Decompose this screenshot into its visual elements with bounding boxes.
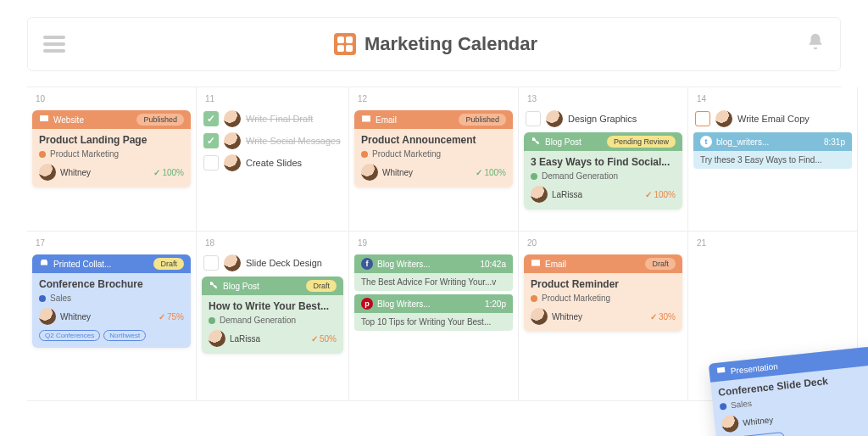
card-type: Email	[376, 115, 397, 125]
task-checkbox[interactable]	[203, 111, 219, 126]
content-card[interactable]: Presentation Conference Slide Deck Sales…	[709, 346, 868, 436]
day-number: 20	[527, 238, 682, 248]
content-card[interactable]: Blog Post Pending Review 3 Easy Ways to …	[524, 132, 682, 210]
card-progress: 100%	[153, 168, 184, 177]
social-time: 8:31p	[824, 137, 845, 147]
status-pill: Draft	[153, 258, 184, 270]
card-category: Sales	[50, 293, 71, 303]
task-label: Design Graphics	[568, 114, 637, 124]
task-checkbox[interactable]	[203, 255, 219, 271]
avatar	[39, 308, 56, 325]
day-cell[interactable]: 12 Email Published Product Announcement …	[349, 87, 519, 232]
card-progress: 50%	[311, 334, 337, 344]
social-label: Blog Writers...	[377, 299, 431, 309]
card-category: Sales	[730, 399, 752, 411]
avatar	[715, 110, 732, 127]
category-dot-icon	[531, 173, 537, 180]
social-time: 1:20p	[485, 299, 506, 309]
content-card[interactable]: Email Published Product Announcement Pro…	[354, 110, 513, 187]
task-row[interactable]: Design Graphics	[526, 110, 681, 127]
card-assignee: Whitney	[552, 312, 582, 321]
category-dot-icon	[720, 402, 727, 410]
status-pill: Published	[459, 114, 506, 126]
card-assignee: Whitney	[382, 168, 413, 177]
task-checkbox[interactable]	[695, 111, 710, 126]
card-title: 3 Easy Ways to Find Social...	[531, 156, 676, 168]
avatar	[224, 154, 241, 171]
day-cell[interactable]: 10 Website Published Product Landing Pag…	[27, 87, 197, 232]
task-label: Slide Deck Design	[246, 258, 322, 268]
svg-rect-3	[42, 260, 47, 261]
title-wrap: Marketing Calendar	[334, 33, 537, 55]
task-checkbox[interactable]	[526, 111, 541, 126]
svg-rect-4	[717, 367, 726, 373]
content-card[interactable]: Printed Collat... Draft Conference Broch…	[32, 254, 191, 348]
task-row[interactable]: Slide Deck Design	[203, 254, 342, 271]
calendar-grid: 10 Website Published Product Landing Pag…	[27, 87, 841, 401]
day-number: 13	[527, 94, 682, 103]
card-tag[interactable]: Q2 Conferences	[723, 432, 785, 436]
avatar	[721, 414, 739, 433]
day-cell[interactable]: 11 Write Final Draft Write Social Messag…	[197, 87, 349, 232]
day-cell[interactable]: 21 Presentation Conference Slide Deck Sa…	[688, 232, 858, 401]
day-number: 18	[205, 238, 343, 248]
card-category: Product Marketing	[542, 293, 610, 303]
social-text: Try these 3 Easy Ways to Find...	[693, 151, 852, 169]
day-number: 10	[36, 94, 191, 103]
task-row[interactable]: Write Final Draft	[203, 110, 342, 127]
card-category: Product Marketing	[372, 149, 441, 159]
card-type: Email	[545, 260, 566, 269]
card-title: Product Landing Page	[39, 134, 184, 146]
card-tag[interactable]: Northwest	[103, 330, 146, 341]
avatar	[224, 110, 241, 127]
notifications-icon[interactable]	[806, 32, 825, 56]
social-text: The Best Advice For Writing Your...v	[354, 273, 513, 291]
day-number: 21	[697, 238, 852, 248]
day-cell[interactable]: 14 Write Email Copy tblog_writers... 8:3…	[688, 87, 858, 232]
task-label: Create Slides	[246, 158, 302, 168]
card-assignee: Whitney	[743, 415, 774, 428]
card-title: Product Announcement	[361, 134, 506, 146]
day-cell[interactable]: 13 Design Graphics Blog Post Pending Rev…	[519, 87, 688, 232]
social-card[interactable]: fBlog Writers... 10:42a The Best Advice …	[354, 254, 513, 291]
task-label: Write Final Draft	[246, 114, 313, 124]
card-category: Product Marketing	[50, 149, 119, 159]
content-card[interactable]: Email Draft Product Reminder Product Mar…	[524, 254, 682, 332]
day-cell[interactable]: 20 Email Draft Product Reminder Product …	[519, 232, 688, 401]
social-card[interactable]: pBlog Writers... 1:20p Top 10 Tips for W…	[354, 294, 513, 331]
menu-icon[interactable]	[43, 32, 65, 56]
card-assignee: Whitney	[60, 312, 91, 321]
topbar: Marketing Calendar	[27, 17, 841, 71]
app-logo-icon	[334, 33, 356, 55]
avatar	[39, 164, 56, 181]
card-progress: 100%	[476, 168, 506, 177]
status-pill: Draft	[645, 258, 676, 270]
task-row[interactable]: Write Social Messages	[203, 132, 342, 149]
card-type-icon	[361, 114, 371, 126]
task-checkbox[interactable]	[203, 155, 219, 170]
category-dot-icon	[39, 151, 46, 158]
category-dot-icon	[209, 317, 215, 324]
day-cell[interactable]: 17 Printed Collat... Draft Conference Br…	[27, 232, 197, 401]
card-progress: 30%	[650, 312, 676, 321]
day-cell[interactable]: 19 fBlog Writers... 10:42a The Best Advi…	[349, 232, 519, 401]
social-card[interactable]: tblog_writers... 8:31p Try these 3 Easy …	[693, 132, 852, 169]
task-checkbox[interactable]	[203, 133, 219, 148]
card-tag[interactable]: Q2 Conferences	[39, 330, 100, 341]
task-row[interactable]: Write Email Copy	[695, 110, 850, 127]
card-type-icon	[39, 114, 49, 126]
card-assignee: Whitney	[60, 168, 91, 177]
card-type-icon	[531, 136, 541, 148]
card-type-icon	[39, 258, 49, 270]
svg-rect-2	[41, 261, 47, 266]
day-number: 19	[358, 238, 513, 248]
content-card[interactable]: Blog Post Draft How to Write Your Best..…	[202, 277, 343, 354]
category-dot-icon	[39, 295, 46, 302]
social-text: Top 10 Tips for Writing Your Best...	[354, 313, 513, 331]
card-type-icon	[209, 280, 219, 292]
day-cell[interactable]: 18 Slide Deck Design Blog Post Draft How…	[197, 232, 349, 401]
day-number: 11	[205, 94, 343, 103]
content-card[interactable]: Website Published Product Landing Page P…	[32, 110, 191, 187]
task-row[interactable]: Create Slides	[203, 154, 342, 171]
card-title: Conference Brochure	[39, 278, 184, 290]
